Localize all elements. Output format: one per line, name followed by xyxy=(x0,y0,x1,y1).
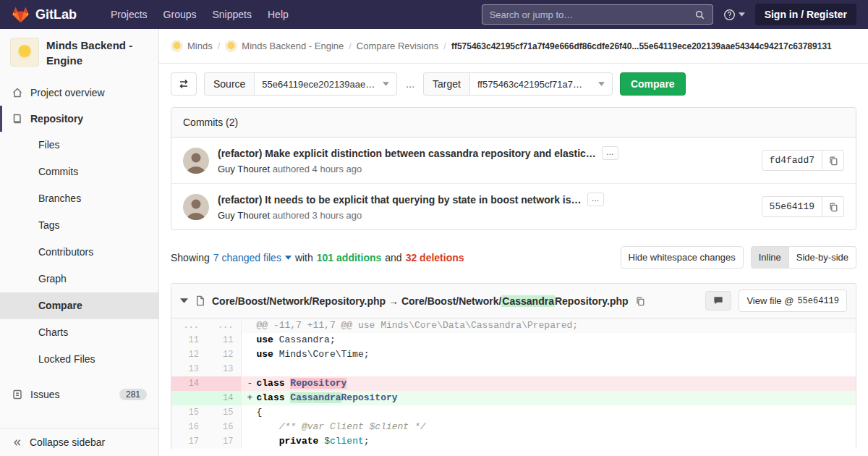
nav-item-help[interactable]: Help xyxy=(260,0,297,29)
sidebar-item-graph[interactable]: Graph xyxy=(0,266,158,292)
commit-content: (refactor) Make explicit distinction bet… xyxy=(218,146,753,174)
issues-count-badge: 281 xyxy=(119,389,147,400)
diff-line-sign xyxy=(247,318,257,333)
nav-item-projects[interactable]: Projects xyxy=(103,0,156,29)
diff-old-line-number[interactable]: 13 xyxy=(171,362,206,376)
diff-new-line-number[interactable]: 15 xyxy=(206,405,241,420)
sidebar-item-commits[interactable]: Commits xyxy=(0,159,158,185)
diff-new-line-number[interactable]: 14 xyxy=(206,391,241,405)
target-ref-value: ff575463c42195cf71a7… xyxy=(477,79,591,90)
diff-new-line-number[interactable]: 12 xyxy=(206,347,241,362)
collapse-sidebar-button[interactable]: Collapse sidebar xyxy=(0,428,158,456)
copy-commit-sha-button[interactable] xyxy=(822,196,844,217)
global-search-box[interactable] xyxy=(482,4,713,25)
diff-code-cell: { xyxy=(241,405,856,420)
diff-code-cell: -class Repository xyxy=(241,376,856,391)
chevron-down-icon xyxy=(285,256,292,260)
commit-title-link[interactable]: (refactor) It needs to be explicit that … xyxy=(218,194,582,206)
code-token: Cassandra; xyxy=(273,334,336,345)
swap-revisions-button[interactable] xyxy=(171,72,197,96)
copy-file-path-button[interactable] xyxy=(635,296,645,306)
diff-new-line-number[interactable]: 17 xyxy=(206,434,241,449)
source-input-group: Source 55e64119ece202139aae… xyxy=(204,72,397,96)
sidebar-item-repository[interactable]: Repository xyxy=(0,106,158,132)
target-ref-dropdown[interactable]: ff575463c42195cf71a7… xyxy=(469,72,613,96)
diff-old-line-number[interactable]: 11 xyxy=(171,333,206,347)
diff-new-line-number: ... xyxy=(206,318,241,333)
range-separator: ... xyxy=(404,78,416,90)
commit-description-toggle[interactable]: … xyxy=(602,146,618,160)
diff-old-line-number[interactable]: 14 xyxy=(171,376,206,391)
commit-author-link[interactable]: Guy Thouret xyxy=(218,164,270,174)
collapse-diff-caret-icon[interactable] xyxy=(180,298,188,303)
commit-author-avatar[interactable] xyxy=(183,148,209,174)
diff-line-sign xyxy=(247,333,257,347)
view-file-sha: 55e64119 xyxy=(797,296,839,306)
nav-item-snippets[interactable]: Snippets xyxy=(205,0,260,29)
project-title: Minds Backend - Engine xyxy=(46,38,148,68)
toggle-file-comments-button[interactable] xyxy=(705,291,731,311)
repository-icon xyxy=(12,113,23,124)
commit-author-link[interactable]: Guy Thouret xyxy=(218,210,270,221)
target-input-group: Target ff575463c42195cf71a7… xyxy=(423,72,613,96)
help-dropdown[interactable] xyxy=(723,9,745,21)
sidebar-item-locked-files[interactable]: Locked Files xyxy=(0,346,158,373)
commit-description-toggle[interactable]: … xyxy=(587,193,604,206)
commit-sha-link[interactable]: 55e64119 xyxy=(762,196,822,217)
commit-author-avatar[interactable] xyxy=(183,194,209,220)
view-file-button[interactable]: View file @ 55e64119 xyxy=(739,290,847,312)
sidebar-project-header[interactable]: Minds Backend - Engine xyxy=(0,29,158,77)
with-label: with xyxy=(295,252,313,263)
breadcrumb-separator xyxy=(349,41,352,51)
diff-line-sign xyxy=(247,405,257,420)
diff-old-line-number[interactable]: 15 xyxy=(171,405,206,420)
file-icon xyxy=(195,295,205,306)
sidebar-item-project-overview[interactable]: Project overview xyxy=(0,80,158,106)
inline-view-button[interactable]: Inline xyxy=(751,246,789,269)
changed-files-dropdown[interactable]: 7 changed files xyxy=(213,252,292,263)
diff-table: ...... @@ -11,7 +11,7 @@ use Minds\Core\… xyxy=(171,318,856,449)
breadcrumb-item-group[interactable]: Minds xyxy=(171,40,213,52)
sidebar-item-issues[interactable]: Issues 281 xyxy=(0,381,158,408)
commit-title-link[interactable]: (refactor) Make explicit distinction bet… xyxy=(218,148,596,159)
diff-code-cell: use Minds\Core\Time; xyxy=(241,347,856,362)
breadcrumb-item-compare-revisions[interactable]: Compare Revisions xyxy=(357,41,438,51)
sidebar-item-compare[interactable]: Compare xyxy=(0,292,158,319)
sidebar-item-charts[interactable]: Charts xyxy=(0,319,158,346)
diff-old-line-number[interactable]: 17 xyxy=(171,434,206,449)
breadcrumb-label: Minds Backend - Engine xyxy=(242,41,344,51)
code-token: @@ -11,7 +11,7 @@ use Minds\Core\Data\Ca… xyxy=(257,320,579,331)
diff-old-line-number[interactable] xyxy=(171,391,206,405)
diff-new-line-number[interactable]: 11 xyxy=(206,333,241,347)
copy-commit-sha-button[interactable] xyxy=(822,150,844,171)
diff-new-line-number[interactable]: 16 xyxy=(206,420,241,434)
home-icon xyxy=(12,87,23,98)
diff-file-path-link[interactable]: Core/Boost/Network/Repository.php → Core… xyxy=(212,295,629,307)
sidebar-item-files[interactable]: Files xyxy=(0,132,158,159)
help-icon xyxy=(723,9,736,21)
sidebar-item-branches[interactable]: Branches xyxy=(0,185,158,212)
rename-arrow: → xyxy=(388,295,399,307)
diff-new-line-number[interactable] xyxy=(206,376,241,391)
compare-button[interactable]: Compare xyxy=(620,72,686,96)
search-input[interactable] xyxy=(490,9,694,20)
commits-panel: Commits (2) (refactor) Make explicit dis… xyxy=(171,107,856,230)
chevron-down-icon xyxy=(739,12,745,17)
sidebar-item-tags[interactable]: Tags xyxy=(0,212,158,239)
sign-in-button[interactable]: Sign in / Register xyxy=(755,4,856,25)
code-token: Repository xyxy=(341,392,398,403)
diff-old-line-number[interactable]: 12 xyxy=(171,347,206,362)
repository-subnav: Files Commits Branches Tags Contributors… xyxy=(0,132,158,373)
diff-new-line-number[interactable]: 13 xyxy=(206,362,241,376)
source-ref-dropdown[interactable]: 55e64119ece202139aae… xyxy=(254,72,397,96)
nav-item-groups[interactable]: Groups xyxy=(156,0,205,29)
hide-whitespace-button[interactable]: Hide whitespace changes xyxy=(621,246,744,269)
diff-old-line-number[interactable]: 16 xyxy=(171,420,206,434)
sidebar-item-contributors[interactable]: Contributors xyxy=(0,239,158,266)
breadcrumb-item-project[interactable]: Minds Backend - Engine xyxy=(225,40,344,52)
gitlab-home-link[interactable]: GitLab xyxy=(12,6,77,24)
code-token: class xyxy=(257,392,285,403)
commit-sha-link[interactable]: fd4fadd7 xyxy=(762,150,822,171)
side-by-side-view-button[interactable]: Side-by-side xyxy=(789,246,856,269)
project-sidebar: Minds Backend - Engine Project overview … xyxy=(0,29,159,456)
